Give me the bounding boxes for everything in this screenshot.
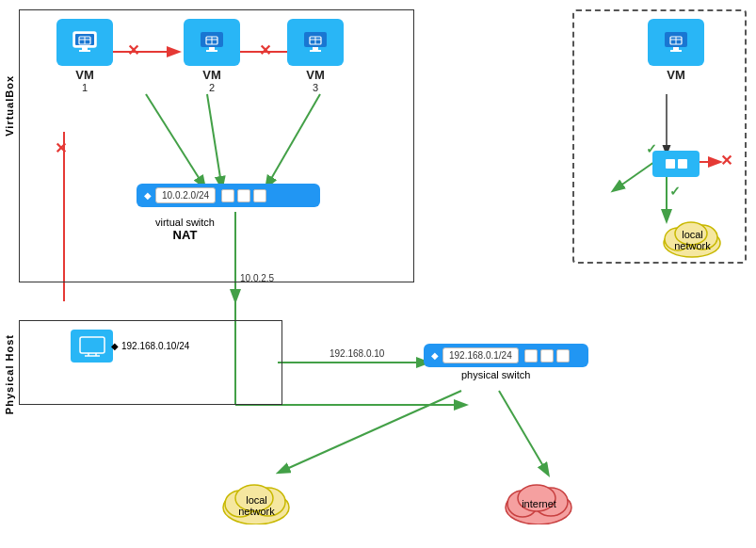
vm3-label: VM <box>306 68 325 82</box>
svg-rect-36 <box>310 50 321 52</box>
port4 <box>524 349 538 363</box>
nat-gw-label: 10.0.2.5 <box>240 273 274 283</box>
local-network-cloud: localnetwork <box>217 468 297 524</box>
virtual-switch-ports <box>221 189 266 202</box>
virtualbox-label: VirtualBox <box>4 75 15 137</box>
svg-rect-54 <box>670 50 682 52</box>
check-mini-down: ✓ <box>669 184 681 199</box>
port2 <box>237 189 250 202</box>
port1 <box>221 189 234 202</box>
vm4-box: VM <box>648 19 704 82</box>
physical-switch-label: physical switch <box>461 369 530 380</box>
diagram: VirtualBox VM 1 <box>0 0 756 548</box>
vm2-icon <box>184 19 240 66</box>
virtual-switch-ip: 10.0.2.0/24 <box>155 187 216 203</box>
blocked-mini-right: ✕ <box>720 153 732 169</box>
host-ip-line-label: 192.168.0.10 <box>330 348 384 359</box>
physical-switch-ip: 192.168.0.1/24 <box>442 347 519 363</box>
vm1-num: 1 <box>82 82 88 93</box>
host-ip-label: ◆ 192.168.0.10/24 <box>111 341 189 351</box>
host-monitor-icon <box>71 330 113 363</box>
svg-rect-19 <box>82 47 88 50</box>
svg-line-11 <box>499 391 546 471</box>
vm3-icon <box>287 19 344 66</box>
port5 <box>540 349 554 363</box>
vm4-icon <box>648 19 704 66</box>
blocked-vm1-outbound: ✕ <box>55 141 67 156</box>
port3 <box>253 189 266 202</box>
mini-switch <box>652 151 700 177</box>
vm2-box: VM 2 <box>184 19 240 93</box>
physhost-area <box>19 320 282 405</box>
physical-switch: ◆ 192.168.0.1/24 <box>424 344 588 367</box>
vm1-icon <box>56 19 113 66</box>
port6 <box>556 349 570 363</box>
svg-rect-20 <box>79 50 90 52</box>
local-network-label-bottom: localnetwork <box>217 494 297 517</box>
svg-rect-30 <box>206 50 217 52</box>
check-vm4-left: ✓ <box>646 141 657 156</box>
vm2-label: VM <box>202 68 221 82</box>
host-monitor <box>71 330 113 363</box>
physical-switch-ports <box>524 349 570 363</box>
vm3-box: VM 3 <box>287 19 344 93</box>
vm3-num: 3 <box>313 82 318 93</box>
blocked-vm1-vm2: ✕ <box>127 43 139 58</box>
vm2-num: 2 <box>209 82 215 93</box>
local-network-label-right: localnetwork <box>657 229 728 251</box>
internet-label: internet <box>499 498 579 509</box>
virtual-switch: ◆ 10.0.2.0/24 <box>137 184 320 207</box>
svg-rect-37 <box>80 337 105 353</box>
svg-rect-53 <box>673 47 679 50</box>
internet-cloud: internet <box>499 468 579 524</box>
vm4-label: VM <box>667 68 685 82</box>
vm1-box: VM 1 <box>56 19 113 93</box>
mini-port1 <box>666 159 675 169</box>
svg-rect-35 <box>313 47 318 50</box>
blocked-vm2-vm3: ✕ <box>259 43 271 58</box>
svg-line-10 <box>282 391 461 471</box>
virtual-switch-label: virtual switch NAT <box>155 217 215 242</box>
svg-rect-29 <box>209 47 215 50</box>
local-network-cloud-right: localnetwork <box>657 207 728 259</box>
physhost-label: Physical Host <box>4 334 15 414</box>
vm1-label: VM <box>75 68 94 82</box>
mini-port2 <box>678 159 687 169</box>
